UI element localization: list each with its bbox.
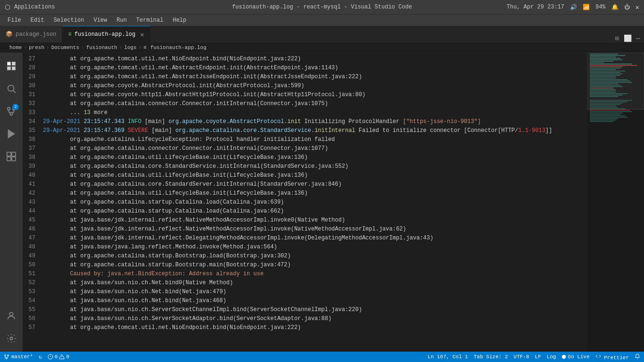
code-area[interactable]: 27 at org.apache.tomcat.util.net.NioEndp… [23, 53, 587, 352]
svg-point-65 [8, 355, 9, 356]
close-icon[interactable]: ✕ [636, 3, 639, 11]
error-count: 0 [55, 354, 58, 360]
minimap[interactable] [587, 53, 644, 352]
more-actions-icon[interactable]: ⋯ [636, 34, 640, 42]
source-control-badge: 2 [12, 104, 19, 110]
table-row: 30 at org.apache.coyote.AbstractProtocol… [23, 82, 587, 90]
sync-button[interactable]: ↻ [39, 354, 42, 360]
table-row: 45 at java.base/jdk.internal.reflect.Nat… [23, 216, 587, 225]
go-live-button[interactable]: Go Live [561, 354, 589, 360]
activitybar-settings[interactable] [2, 329, 21, 348]
svg-rect-12 [7, 157, 11, 161]
tab-close-button[interactable]: ✕ [140, 31, 144, 39]
table-row: 37 at org.apache.catalina.connector.Conn… [23, 144, 587, 153]
activitybar-run[interactable] [2, 124, 21, 143]
table-row: 56 at java.base/sun.nio.ch.ServerSocketA… [23, 314, 587, 323]
activitybar-source-control[interactable]: 2 [2, 102, 21, 121]
main-area: 2 27 at org.apache.tomcat.util.net.NioEn… [0, 53, 644, 352]
table-row: 38 at org.apache.catalina.util.Lifecycle… [23, 153, 587, 162]
titlebar-left: ⬡ Applications [5, 3, 55, 11]
activitybar-search[interactable] [2, 79, 21, 98]
svg-point-4 [8, 85, 14, 91]
svg-rect-54 [590, 110, 630, 111]
menu-run[interactable]: Run [113, 16, 131, 25]
menu-edit[interactable]: Edit [27, 16, 48, 25]
menubar: File Edit Selection View Run Terminal He… [0, 14, 644, 26]
table-row: 55 at java.base/sun.nio.ch.ServerSocketC… [23, 305, 587, 314]
activitybar: 2 [0, 53, 23, 352]
menu-terminal[interactable]: Terminal [132, 16, 167, 25]
table-row: 52 at java.base/sun.nio.ch.Net.bind0(Nat… [23, 279, 587, 288]
svg-point-8 [10, 113, 13, 115]
activitybar-extensions[interactable] [2, 147, 21, 166]
menu-help[interactable]: Help [169, 16, 190, 25]
table-row: 35 29-Apr-2021 23:15:47.369 SEVERE [main… [23, 126, 587, 135]
menu-file[interactable]: File [4, 16, 25, 25]
tab-size[interactable]: Tab Size: 2 [474, 354, 508, 360]
tab-icon: ≡ [68, 31, 71, 38]
activitybar-bottom [2, 306, 21, 352]
table-row: 36 org.apache.catalina.LifecycleExceptio… [23, 135, 587, 144]
activitybar-explorer[interactable] [2, 57, 21, 75]
svg-point-15 [10, 337, 13, 340]
app-label: Applications [14, 4, 55, 10]
table-row: 32 at org.apache.catalina.connector.Conn… [23, 99, 587, 108]
table-row: 29 at org.apache.tomcat.util.net.Abstrac… [23, 73, 587, 82]
breadcrumb-logs[interactable]: logs [124, 45, 136, 50]
warning-icon [59, 354, 65, 360]
prettier-button[interactable]: Prettier [595, 354, 629, 361]
titlebar: ⬡ Applications fusionauth-app.log - reac… [0, 0, 644, 14]
table-row: 44 at org.apache.catalina.startup.Catali… [23, 207, 587, 216]
encoding[interactable]: UTF-8 [513, 354, 529, 360]
cursor-position[interactable]: Ln 167, Col 1 [428, 354, 468, 360]
table-row: 41 at org.apache.catalina.core.StandardS… [23, 180, 587, 189]
table-row: 51 Caused by: java.net.BindException: Ad… [23, 270, 587, 279]
table-row: 34 29-Apr-2021 23:15:47.343 INFO [main] … [23, 117, 587, 126]
table-row: 54 at java.base/sun.nio.ch.Net.bind(Net.… [23, 296, 587, 305]
table-row: 40 at org.apache.catalina.util.Lifecycle… [23, 171, 587, 180]
system-time: Thu, Apr 29 23:17 [507, 4, 564, 10]
svg-point-6 [8, 107, 10, 110]
go-live-icon [561, 354, 566, 359]
breadcrumb-home[interactable]: home [9, 45, 22, 50]
menu-selection[interactable]: Selection [50, 16, 88, 25]
menu-view[interactable]: View [90, 16, 111, 25]
svg-rect-1 [12, 62, 15, 65]
split-editor-icon[interactable]: ⊞ [615, 34, 619, 42]
svg-rect-13 [12, 157, 16, 161]
table-row: 39 at org.apache.catalina.core.StandardS… [23, 162, 587, 171]
statusbar: master* ↻ 0 0 Ln 167, Col 1 Tab Size: 2 … [0, 352, 644, 362]
eol[interactable]: LF [535, 354, 541, 360]
breadcrumb-presh[interactable]: presh [29, 45, 44, 50]
breadcrumb-fusionauth[interactable]: fusionauth [86, 45, 117, 50]
layout-icon[interactable]: ⬜ [624, 34, 632, 42]
tab-fusionauth-log[interactable]: ≡ fusionauth-app.log ✕ [62, 26, 150, 42]
git-branch[interactable]: master* [4, 354, 33, 360]
tabsbar-actions: ⊞ ⬜ ⋯ [611, 34, 644, 42]
wifi-icon: 📶 [583, 4, 590, 11]
svg-point-72 [562, 355, 566, 359]
tabsbar: 📦 package.json ≡ fusionauth-app.log ✕ ⊞ … [0, 26, 644, 42]
file-type[interactable]: Log [547, 354, 556, 360]
breadcrumb-file[interactable]: ≡ [143, 45, 147, 50]
table-row: 42 at org.apache.catalina.util.Lifecycle… [23, 189, 587, 198]
tab-package-json[interactable]: 📦 package.json [0, 26, 62, 42]
table-row: 53 at java.base/sun.nio.ch.Net.bind(Net.… [23, 288, 587, 296]
breadcrumb-documents[interactable]: Documents [51, 45, 79, 50]
window-title: fusionauth-app.log - react-mysql - Visua… [232, 4, 412, 10]
table-row: 33 ... 13 more [23, 108, 587, 117]
table-row: 43 at org.apache.catalina.startup.Catali… [23, 198, 587, 207]
breadcrumb-filename[interactable]: fusionauth-app.log [150, 45, 206, 50]
editor: 27 at org.apache.tomcat.util.net.NioEndp… [23, 53, 587, 352]
table-row: 57 at org.apache.tomcat.util.net.NioEndp… [23, 323, 587, 332]
notifications-icon[interactable] [635, 354, 640, 361]
errors-indicator[interactable]: 0 0 [48, 354, 69, 360]
activitybar-account[interactable] [2, 306, 21, 325]
table-row: 28 at org.apache.tomcat.util.net.Abstrac… [23, 64, 587, 73]
svg-rect-62 [590, 121, 613, 122]
svg-rect-55 [590, 111, 632, 112]
svg-point-64 [5, 355, 6, 356]
notification-icon: 🔔 [611, 4, 619, 11]
bell-icon [635, 354, 640, 359]
svg-rect-10 [7, 152, 11, 156]
